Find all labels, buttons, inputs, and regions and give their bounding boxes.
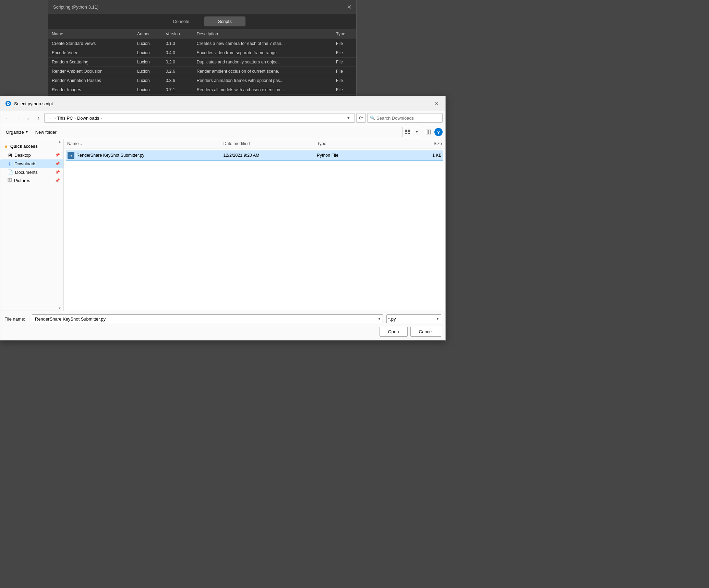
dialog-app-icon xyxy=(5,100,11,107)
sidebar-item-downloads[interactable]: ⭳ Downloads 📌 xyxy=(0,159,63,168)
table-row[interactable]: Render Ambient Occlusion Luxion 0.2.6 Re… xyxy=(48,67,356,76)
path-this-pc: This PC xyxy=(57,116,73,121)
svg-rect-8 xyxy=(408,133,410,134)
tab-console[interactable]: Console xyxy=(159,16,203,26)
dialog-sidebar: ▲ ★ Quick access 🖥 Desktop 📌 ⭳ Downloads… xyxy=(0,139,64,311)
col-header-version: Version xyxy=(162,29,193,39)
sidebar-scroll-down[interactable]: ▼ xyxy=(57,307,62,310)
address-dropdown-button[interactable]: ▼ xyxy=(345,113,352,123)
download-path-icon: ⭳ xyxy=(47,115,53,121)
scripting-close-icon[interactable]: ✕ xyxy=(347,4,351,10)
nav-forward-button[interactable]: → xyxy=(13,113,22,122)
nav-up-button[interactable]: ↑ xyxy=(34,113,43,122)
tab-scripts[interactable]: Scripts xyxy=(204,16,245,26)
scripting-title: Scripting (Python 3.11) xyxy=(53,4,98,10)
col-header-author: Author xyxy=(134,29,162,39)
svg-rect-4 xyxy=(408,130,410,131)
col-header-size[interactable]: Size xyxy=(392,141,442,146)
path-separator-3: › xyxy=(100,116,102,121)
new-folder-label: New folder xyxy=(35,130,57,135)
downloads-icon: ⭳ xyxy=(7,161,12,167)
sidebar-item-pictures[interactable]: 🖼 Pictures 📌 xyxy=(0,176,63,184)
filetype-select-wrapper: *.py xyxy=(386,314,441,323)
help-button[interactable]: ? xyxy=(434,128,443,136)
pictures-pin-icon: 📌 xyxy=(55,178,60,183)
dialog-addressbar: ← → ⌄ ↑ ⭳ › This PC › Downloads › ▼ ⟳ 🔍 xyxy=(0,111,445,125)
svg-rect-10 xyxy=(429,130,431,134)
dialog-main-content: ▲ ★ Quick access 🖥 Desktop 📌 ⭳ Downloads… xyxy=(0,139,445,311)
svg-rect-5 xyxy=(405,131,407,132)
col-header-description: Description xyxy=(193,29,333,39)
address-breadcrumb: ⭳ › This PC › Downloads › xyxy=(47,115,345,121)
filelist-header: Name ⌄ Date modified Type Size xyxy=(64,139,445,148)
col-header-name: Name xyxy=(48,29,134,39)
file-row[interactable]: RenderShare KeyShot Submitter.py 12/2/20… xyxy=(66,150,443,161)
new-folder-button[interactable]: New folder xyxy=(33,128,59,136)
desktop-pin-icon: 📌 xyxy=(55,153,60,157)
scripting-table: Name Author Version Description Type Cre… xyxy=(48,29,356,104)
sidebar-item-documents[interactable]: 📄 Documents 📌 xyxy=(0,168,63,176)
sidebar-downloads-label: Downloads xyxy=(14,161,36,166)
table-row[interactable]: Render Animation Passes Luxion 0.3.6 Ren… xyxy=(48,76,356,85)
sidebar-desktop-label: Desktop xyxy=(14,153,31,158)
svg-rect-6 xyxy=(408,131,410,132)
dialog-close-button[interactable]: ✕ xyxy=(433,100,441,107)
filetype-select[interactable]: *.py xyxy=(386,314,441,323)
quick-access-header: ★ Quick access xyxy=(0,142,63,151)
col-header-type[interactable]: Type xyxy=(317,141,392,146)
sidebar-item-desktop[interactable]: 🖥 Desktop 📌 xyxy=(0,151,63,159)
python-file-icon xyxy=(68,152,74,159)
file-name: RenderShare KeyShot Submitter.py xyxy=(76,153,144,158)
table-row[interactable]: Create Standard Views Luxion 0.1.3 Creat… xyxy=(48,39,356,48)
address-bar[interactable]: ⭳ › This PC › Downloads › ▼ xyxy=(44,113,355,123)
documents-icon: 📄 xyxy=(7,169,13,175)
filelist-body: RenderShare KeyShot Submitter.py 12/2/20… xyxy=(64,148,445,311)
search-input[interactable] xyxy=(367,113,443,123)
svg-point-2 xyxy=(8,103,9,104)
desktop-icon: 🖥 xyxy=(7,152,12,158)
documents-pin-icon: 📌 xyxy=(55,170,60,175)
dialog-toolbar: Organize ▼ New folder xyxy=(0,125,445,139)
open-button[interactable]: Open xyxy=(380,327,408,337)
table-row[interactable]: Random Scattering Luxion 0.2.0 Duplicate… xyxy=(48,58,356,67)
filename-input-wrapper xyxy=(32,314,383,323)
dialog-filelist: Name ⌄ Date modified Type Size RenderSha… xyxy=(64,139,445,311)
nav-back-button[interactable]: ← xyxy=(3,113,12,122)
downloads-pin-icon: 📌 xyxy=(55,161,60,166)
quick-access-star-icon: ★ xyxy=(4,144,8,149)
file-dialog: Select python script ✕ ← → ⌄ ↑ ⭳ › This … xyxy=(0,96,446,340)
view-details-button[interactable] xyxy=(402,127,412,137)
view-dropdown-button[interactable]: ▼ xyxy=(412,127,422,137)
table-row[interactable]: Render Images Luxion 0.7.1 Renders all m… xyxy=(48,85,356,95)
filename-label: File name: xyxy=(4,316,28,322)
sidebar-documents-label: Documents xyxy=(15,170,38,175)
nav-dropdown-button[interactable]: ⌄ xyxy=(24,113,33,122)
dialog-title-text: Select python script xyxy=(14,101,53,106)
sidebar-scroll-up[interactable]: ▲ xyxy=(57,140,62,143)
quick-access-label: Quick access xyxy=(10,144,38,149)
file-type: Python File xyxy=(317,153,392,158)
view-preview-button[interactable] xyxy=(423,127,433,137)
pictures-icon: 🖼 xyxy=(7,178,12,183)
cancel-button[interactable]: Cancel xyxy=(410,327,441,337)
svg-rect-3 xyxy=(405,130,407,131)
col-header-type: Type xyxy=(333,29,356,39)
table-row[interactable]: Encode Video Luxion 0.4.0 Encodes video … xyxy=(48,48,356,58)
scripting-tabs: Console Scripts xyxy=(48,14,356,29)
scripting-window: Scripting (Python 3.11) ✕ Console Script… xyxy=(48,0,357,104)
col-header-name[interactable]: Name ⌄ xyxy=(67,141,223,146)
organize-button[interactable]: Organize ▼ xyxy=(3,128,31,136)
filename-input[interactable] xyxy=(32,314,383,323)
toolbar-left: Organize ▼ New folder xyxy=(3,128,59,136)
dialog-action-row: Open Cancel xyxy=(4,327,441,337)
sort-arrow-icon: ⌄ xyxy=(80,142,83,146)
dialog-bottom: File name: *.py Open Cancel xyxy=(0,311,445,340)
col-header-date[interactable]: Date modified xyxy=(223,141,317,146)
path-downloads: Downloads xyxy=(77,116,99,121)
toolbar-right: ▼ ? xyxy=(402,127,443,137)
refresh-button[interactable]: ⟳ xyxy=(356,113,366,123)
organize-label: Organize xyxy=(6,130,24,135)
file-date: 12/2/2021 9:20 AM xyxy=(224,153,317,158)
dialog-title-left: Select python script xyxy=(5,100,53,107)
svg-rect-9 xyxy=(426,130,428,134)
